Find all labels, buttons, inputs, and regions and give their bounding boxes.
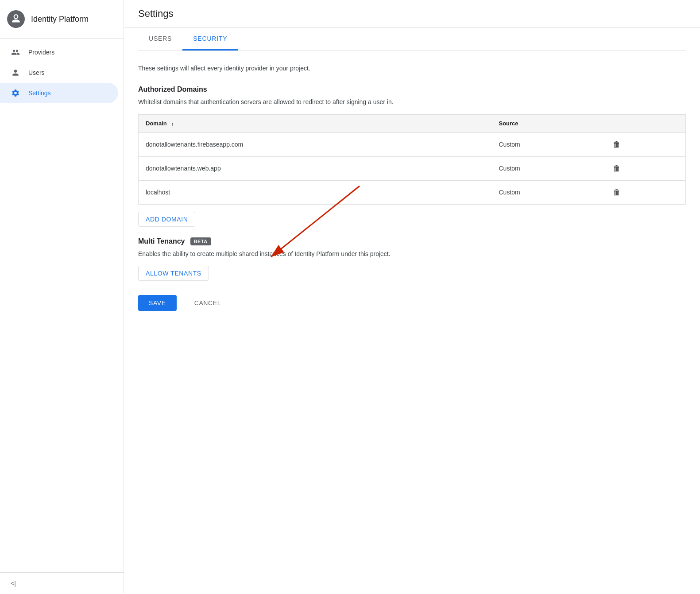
- sidebar-collapse[interactable]: <|: [0, 572, 124, 594]
- tabs-container: USERS SECURITY: [138, 28, 686, 51]
- domain-table: Domain ↑ Source donotallowtenants.fireba…: [138, 114, 686, 205]
- arrow-annotation-container: ALLOW TENANTS: [138, 266, 686, 281]
- domain-cell: localhost: [139, 180, 492, 204]
- cancel-button[interactable]: CANCEL: [184, 295, 232, 311]
- multi-tenancy-section: Multi Tenancy BETA Enables the ability t…: [138, 237, 686, 281]
- authorized-domains-description: Whitelist domains that authentication se…: [138, 97, 686, 107]
- delete-cell: 🗑: [604, 180, 686, 204]
- domain-column-header: Domain ↑: [139, 114, 492, 132]
- sidebar: Identity Platform Providers Users: [0, 0, 124, 594]
- authorized-domains-title: Authorized Domains: [138, 85, 686, 93]
- table-row: donotallowtenants.web.app Custom 🗑: [139, 156, 686, 180]
- multi-tenancy-title: Multi Tenancy: [138, 237, 185, 245]
- sidebar-navigation: Providers Users Settings: [0, 39, 124, 103]
- delete-domain-button-0[interactable]: 🗑: [611, 138, 623, 151]
- sidebar-item-settings-label: Settings: [28, 89, 51, 97]
- main-content: USERS SECURITY These settings will affec…: [124, 28, 700, 594]
- page-title: Settings: [138, 8, 686, 19]
- multi-tenancy-header: Multi Tenancy BETA: [138, 237, 686, 245]
- domain-cell: donotallowtenants.firebaseapp.com: [139, 132, 492, 156]
- table-row: localhost Custom 🗑: [139, 180, 686, 204]
- delete-domain-button-1[interactable]: 🗑: [611, 162, 623, 175]
- delete-cell: 🗑: [604, 156, 686, 180]
- save-button[interactable]: SAVE: [138, 295, 177, 311]
- settings-description: These settings will affect every identit…: [138, 63, 686, 73]
- add-domain-button[interactable]: ADD DOMAIN: [138, 212, 195, 227]
- settings-icon: [11, 88, 20, 98]
- main-header: Settings: [124, 0, 700, 28]
- authorized-domains-section: Authorized Domains Whitelist domains tha…: [138, 85, 686, 226]
- source-cell: Custom: [492, 180, 604, 204]
- sidebar-item-settings[interactable]: Settings: [0, 83, 118, 103]
- app-logo: [7, 10, 25, 28]
- main-content-area: Settings USERS SECURITY These settings w…: [124, 0, 700, 594]
- delete-cell: 🗑: [604, 132, 686, 156]
- sidebar-item-providers[interactable]: Providers: [0, 42, 118, 62]
- collapse-icon: <|: [11, 580, 16, 587]
- sort-icon: ↑: [171, 120, 174, 127]
- table-row: donotallowtenants.firebaseapp.com Custom…: [139, 132, 686, 156]
- app-title: Identity Platform: [31, 15, 89, 24]
- sidebar-item-users-label: Users: [28, 69, 45, 76]
- sidebar-item-users[interactable]: Users: [0, 62, 118, 83]
- section-divider: [138, 227, 686, 237]
- source-cell: Custom: [492, 156, 604, 180]
- actions-column-header: [604, 114, 686, 132]
- source-cell: Custom: [492, 132, 604, 156]
- delete-domain-button-2[interactable]: 🗑: [611, 186, 623, 199]
- identity-platform-icon: [10, 13, 22, 25]
- source-column-header: Source: [492, 114, 604, 132]
- tab-users[interactable]: USERS: [138, 28, 182, 50]
- multi-tenancy-description: Enables the ability to create multiple s…: [138, 249, 686, 259]
- tab-security[interactable]: SECURITY: [182, 28, 238, 50]
- sidebar-item-providers-label: Providers: [28, 49, 54, 56]
- users-icon: [11, 68, 20, 78]
- domain-cell: donotallowtenants.web.app: [139, 156, 492, 180]
- providers-icon: [11, 47, 20, 57]
- footer-actions: SAVE CANCEL: [138, 295, 686, 311]
- sidebar-header: Identity Platform: [0, 0, 124, 39]
- beta-badge: BETA: [190, 237, 211, 245]
- allow-tenants-button[interactable]: ALLOW TENANTS: [138, 266, 209, 281]
